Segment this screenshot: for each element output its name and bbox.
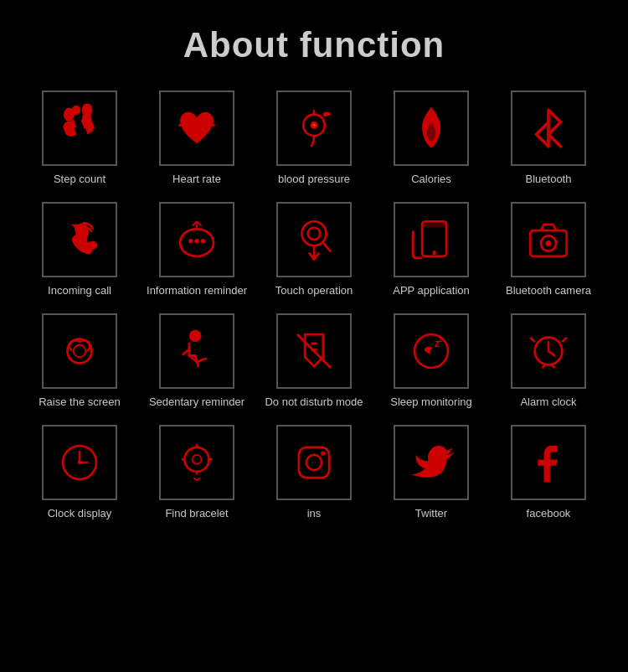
svg-point-18 [545,240,551,246]
function-item-calories: Calories [377,90,486,187]
svg-point-20 [74,345,86,358]
svg-point-9 [201,239,205,243]
svg-point-10 [302,221,327,246]
function-item-alarm-clock: Alarm clock [494,313,603,410]
icon-box-bluetooth-camera [511,202,586,277]
icon-box-ins [276,425,352,500]
label-twitter: Twitter [415,507,447,521]
icon-box-app-application [394,202,469,277]
function-item-do-not-disturb: Do not disturb mode [260,313,368,410]
icon-box-touch-operation [276,202,352,277]
label-touch-operation: Touch operation [275,284,353,298]
icon-box-find-bracelet [159,425,234,500]
icon-box-bluetooth [511,90,586,166]
label-calories: Calories [411,173,451,187]
label-ins: ins [307,507,322,521]
function-item-sedentary-reminder: Sedentary reminder [142,313,251,410]
label-step-count: Step count [54,173,106,187]
icon-box-info-reminder [159,202,234,277]
label-bluetooth: Bluetooth [526,173,572,187]
svg-line-24 [297,334,331,368]
function-item-bluetooth: Bluetooth [494,90,603,187]
label-heart-rate: Heart rate [172,173,221,187]
svg-point-11 [308,227,321,240]
icon-box-sedentary-reminder [159,313,234,389]
svg-point-21 [189,329,202,342]
icon-box-clock-display [42,425,117,500]
function-item-raise-screen: Raise the screen [25,313,134,410]
label-raise-screen: Raise the screen [39,395,121,410]
svg-point-0 [64,108,75,121]
function-item-facebook: facebook [494,425,603,521]
function-item-clock-display: Clock display [25,425,134,521]
svg-point-15 [432,251,436,256]
svg-point-7 [188,239,193,243]
icon-box-do-not-disturb [276,313,352,389]
function-item-incoming-call: Incoming call [25,202,134,298]
label-incoming-call: Incoming call [48,284,111,298]
function-item-bluetooth-camera: Bluetooth camera [494,202,603,298]
label-app-application: APP application [393,284,470,298]
svg-point-34 [306,455,322,470]
icon-box-alarm-clock [511,313,586,389]
label-facebook: facebook [527,507,571,521]
function-item-sleep-monitoring: zzSleep monitoring [377,313,486,410]
svg-text:z: z [439,335,443,344]
icon-box-incoming-call [42,202,117,277]
svg-point-30 [78,460,82,464]
svg-point-32 [193,455,202,464]
svg-point-8 [194,239,198,243]
label-sedentary-reminder: Sedentary reminder [149,395,245,410]
function-item-find-bracelet: Find bracelet [142,425,251,521]
svg-point-35 [321,451,325,455]
label-info-reminder: Information reminder [147,284,247,298]
svg-point-31 [185,447,209,472]
icon-box-calories [394,90,469,166]
svg-rect-14 [422,221,446,227]
label-sleep-monitoring: Sleep monitoring [390,395,472,410]
label-clock-display: Clock display [48,507,112,521]
function-item-app-application: APP application [377,202,486,298]
icon-box-step-count [42,90,117,166]
icon-box-sleep-monitoring: zz [394,313,469,389]
label-find-bracelet: Find bracelet [165,507,228,521]
icon-box-facebook [511,425,586,500]
label-bluetooth-camera: Bluetooth camera [506,284,591,298]
label-do-not-disturb: Do not disturb mode [265,395,363,410]
svg-point-5 [312,124,316,127]
label-alarm-clock: Alarm clock [520,395,576,410]
function-item-ins: ins [260,425,368,521]
page-title: About function [183,25,445,65]
function-item-blood-pressure: blood pressure [260,90,368,187]
icon-box-blood-pressure [276,90,352,166]
function-item-heart-rate: Heart rate [142,90,251,187]
function-item-twitter: Twitter [377,425,486,521]
icon-box-twitter [394,425,469,500]
icon-box-heart-rate [159,90,234,166]
label-blood-pressure: blood pressure [278,173,350,187]
function-item-info-reminder: Information reminder [142,202,251,298]
function-item-touch-operation: Touch operation [260,202,368,298]
function-item-step-count: Step count [25,90,134,187]
function-grid: Step countHeart rateblood pressureCalori… [25,90,603,521]
svg-point-25 [414,334,448,368]
icon-box-raise-screen [42,313,117,389]
